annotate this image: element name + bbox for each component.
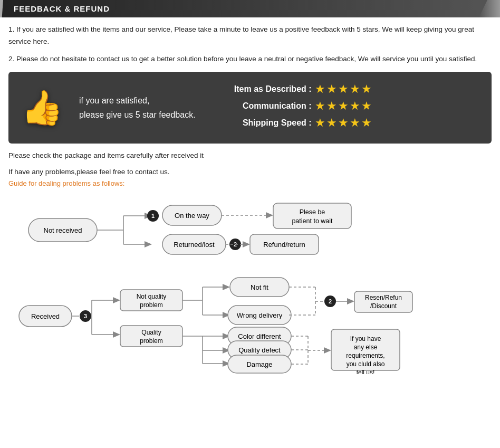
not-received-label: Not received bbox=[44, 226, 82, 234]
stars-2: ★★★★★ bbox=[315, 99, 373, 113]
svg-marker-56 bbox=[347, 298, 354, 304]
star-row-1: Item as Described : ★★★★★ bbox=[211, 82, 479, 96]
star-label-3: Shipping Speed : bbox=[211, 118, 312, 128]
returned-lost-label: Returned/lost bbox=[174, 241, 215, 249]
feedback-banner: 👍 if you are satisfied, please give us 5… bbox=[8, 72, 492, 144]
svg-marker-25 bbox=[113, 297, 120, 303]
svg-marker-17 bbox=[243, 241, 250, 247]
color-different-label: Color different bbox=[238, 332, 281, 340]
svg-marker-11 bbox=[266, 212, 273, 218]
star-row-3: Shipping Speed : ★★★★★ bbox=[211, 116, 479, 130]
damage-label: Damage bbox=[246, 360, 272, 368]
feedback-line2: please give us 5 star feedback. bbox=[79, 108, 196, 122]
header-title: FEEDBACK & REFUND bbox=[14, 4, 110, 13]
star-label-2: Communication : bbox=[211, 101, 312, 111]
svg-text:2: 2 bbox=[329, 298, 332, 304]
info-line2: If have any problems,please feel free to… bbox=[8, 166, 492, 178]
intro-line2: 2. Please do not hesitate to contact us … bbox=[8, 53, 492, 65]
main-content: 1. If you are satisfied with the items a… bbox=[0, 17, 500, 380]
wrong-delivery-label: Wrong delivery bbox=[237, 311, 283, 319]
not-quality-problem-label: Not quality bbox=[137, 293, 167, 300]
intro-line1: 1. If you are satisfied with the items a… bbox=[8, 24, 492, 48]
quality-problem-label: Quality bbox=[141, 329, 161, 336]
plese-patient-label2: patient to wait bbox=[292, 217, 333, 225]
feedback-text: if you are satisfied, please give us 5 s… bbox=[79, 93, 196, 122]
svg-marker-27 bbox=[113, 331, 120, 338]
guide-text: Guide for dealing problems as follows: bbox=[8, 179, 492, 187]
if-you-have-label1: If you have bbox=[350, 335, 381, 342]
feedback-line1: if you are satisfied, bbox=[79, 93, 196, 108]
star-section: Item as Described : ★★★★★ Communication … bbox=[211, 82, 479, 133]
svg-marker-32 bbox=[223, 284, 230, 290]
quality-problem-label2: problem bbox=[140, 337, 162, 345]
not-quality-problem-label2: problem bbox=[140, 301, 162, 309]
resen-refun-label: Resen/Refun bbox=[365, 294, 402, 301]
received-label: Received bbox=[31, 312, 60, 320]
svg-text:3: 3 bbox=[84, 313, 87, 319]
svg-marker-63 bbox=[324, 347, 331, 354]
if-you-have-label3: requirements, bbox=[346, 352, 384, 359]
star-label-1: Item as Described : bbox=[211, 84, 312, 94]
stars-3: ★★★★★ bbox=[315, 116, 373, 130]
plese-patient-label: Plese be bbox=[300, 208, 325, 216]
flow-diagram: Not received 1 On the way Plese be patie… bbox=[13, 195, 487, 374]
header-bar: FEEDBACK & REFUND bbox=[0, 0, 500, 17]
if-you-have-label5: tell us! bbox=[357, 369, 375, 374]
if-you-have-label2: any else bbox=[354, 344, 378, 351]
on-the-way-label: On the way bbox=[175, 212, 209, 220]
info-line1: Please check the package and items caref… bbox=[8, 150, 492, 162]
stars-1: ★★★★★ bbox=[315, 82, 373, 96]
refund-return-label: Refund/return bbox=[263, 241, 305, 249]
svg-marker-6 bbox=[145, 241, 152, 247]
not-fit-label: Not fit bbox=[251, 283, 268, 291]
quality-defect-label: Quality defect bbox=[238, 346, 281, 354]
if-you-have-label4: you cluld also bbox=[347, 360, 385, 368]
resen-discount-label: /Discount bbox=[370, 302, 397, 310]
svg-text:1: 1 bbox=[151, 213, 155, 219]
star-row-2: Communication : ★★★★★ bbox=[211, 99, 479, 113]
thumbs-up-icon: 👍 bbox=[21, 91, 63, 125]
